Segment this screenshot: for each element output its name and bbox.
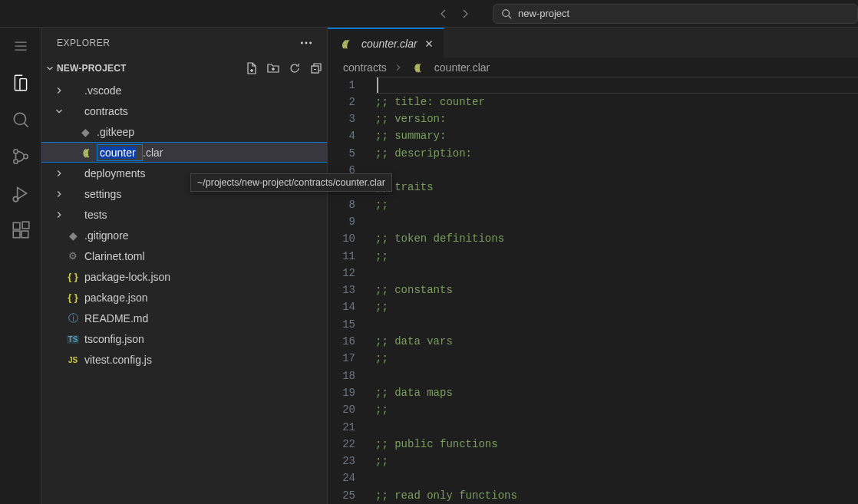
tree-item-tsconfig-json[interactable]: TStsconfig.json [41, 328, 327, 349]
tree-item-label: .vscode [84, 84, 121, 97]
chevron-down-icon [54, 106, 66, 117]
svg-rect-6 [13, 222, 20, 229]
breadcrumb[interactable]: contracts ⦅⦅⦅ counter.clar [328, 58, 858, 77]
menu-icon[interactable] [10, 35, 31, 57]
new-file-icon[interactable] [246, 62, 258, 74]
chevron-right-icon [54, 189, 66, 199]
titlebar [0, 0, 858, 28]
tree-item-tests[interactable]: tests [41, 204, 327, 225]
tree-item--vscode[interactable]: .vscode [41, 80, 327, 100]
svg-point-10 [301, 42, 303, 44]
svg-point-4 [23, 154, 27, 158]
tree-item-label: package-lock.json [84, 271, 170, 283]
tree-item-counter-clar[interactable]: ⦅⦅⦅.clar [41, 142, 327, 163]
search-activity-icon[interactable] [10, 109, 31, 130]
active-line-highlight [375, 77, 858, 94]
project-name: NEW-PROJECT [57, 63, 127, 74]
tab-bar: ⦅⦅⦅ counter.clar [328, 28, 858, 58]
tree-item-label: settings [84, 188, 121, 200]
svg-point-12 [309, 42, 312, 44]
file-tree: .vscodecontracts◆.gitkeep⦅⦅⦅.clardeploym… [41, 78, 327, 504]
nav-forward-icon[interactable] [459, 8, 471, 20]
svg-point-2 [13, 150, 17, 153]
tree-item-contracts[interactable]: contracts [41, 100, 327, 121]
breadcrumb-folder[interactable]: contracts [343, 61, 387, 74]
svg-rect-8 [21, 231, 28, 238]
debug-icon[interactable] [10, 183, 31, 204]
explorer-icon[interactable] [10, 72, 31, 94]
tree-item-label: tsconfig.json [84, 333, 144, 345]
editor-tab[interactable]: ⦅⦅⦅ counter.clar [328, 28, 444, 58]
tree-item-label: .gitignore [84, 229, 129, 242]
svg-point-3 [13, 160, 17, 163]
search-input[interactable] [518, 8, 850, 19]
tree-item-label: deployments [84, 167, 145, 180]
nav-back-icon[interactable] [437, 8, 450, 20]
clar-file-icon: ⦅⦅⦅ [410, 61, 424, 74]
sidebar: EXPLORER NEW-PROJECT .vscodecontracts◆.g… [41, 28, 327, 504]
breadcrumb-file[interactable]: counter.clar [434, 61, 490, 74]
tree-item--gitignore[interactable]: ◆.gitignore [41, 225, 327, 245]
tree-item-Clarinet-toml[interactable]: ⚙Clarinet.toml [41, 245, 327, 266]
tree-item-label: README.md [84, 312, 148, 324]
file-path-tooltip: ~/projects/new-project/contracts/counter… [190, 173, 392, 192]
svg-point-1 [14, 113, 25, 124]
more-actions-icon[interactable] [299, 36, 313, 50]
svg-point-0 [503, 9, 510, 16]
tree-item-label: .gitkeep [97, 126, 134, 138]
tree-item-package-lock-json[interactable]: { }package-lock.json [41, 266, 327, 287]
svg-point-11 [305, 42, 308, 44]
new-folder-icon[interactable] [267, 62, 279, 74]
tree-item-package-json[interactable]: { }package.json [41, 287, 327, 308]
chevron-down-icon [45, 63, 57, 74]
rename-input[interactable] [97, 144, 143, 161]
activity-bar [0, 28, 41, 504]
tree-item-label: package.json [84, 292, 148, 304]
chevron-right-icon [393, 62, 404, 73]
close-tab-icon[interactable] [424, 38, 434, 49]
tree-item--gitkeep[interactable]: ◆.gitkeep [41, 121, 327, 142]
collapse-all-icon[interactable] [310, 62, 322, 74]
code-content[interactable]: ;; title: counter;; version:;; summary:;… [375, 77, 858, 504]
search-icon [501, 8, 512, 19]
command-center-search[interactable] [493, 4, 858, 24]
svg-rect-7 [13, 231, 20, 238]
tree-item-vitest-config-js[interactable]: JSvitest.config.js [41, 349, 327, 370]
tree-item-label: tests [84, 209, 107, 221]
text-cursor [377, 77, 378, 93]
tree-item-README-md[interactable]: ⓘREADME.md [41, 308, 327, 328]
editor-group: ⦅⦅⦅ counter.clar contracts ⦅⦅⦅ counter.c… [327, 28, 858, 504]
code-editor[interactable]: 1234567891011121314151617181920212223242… [328, 77, 858, 504]
extensions-icon[interactable] [10, 219, 31, 241]
chevron-right-icon [54, 85, 66, 96]
svg-rect-9 [22, 222, 29, 229]
tree-item-label: contracts [84, 105, 128, 117]
sidebar-header: EXPLORER [41, 28, 327, 58]
clar-file-icon: ⦅⦅⦅ [337, 38, 351, 50]
tree-item-label: vitest.config.js [84, 354, 152, 366]
project-root-header[interactable]: NEW-PROJECT [41, 58, 327, 78]
sidebar-title: EXPLORER [57, 38, 110, 48]
refresh-icon[interactable] [289, 62, 301, 74]
tab-filename: counter.clar [361, 38, 417, 50]
line-numbers-gutter: 1234567891011121314151617181920212223242… [328, 77, 375, 504]
tree-item-label: Clarinet.toml [84, 250, 145, 262]
chevron-right-icon [54, 168, 66, 179]
chevron-right-icon [54, 209, 66, 220]
source-control-icon[interactable] [10, 146, 31, 167]
